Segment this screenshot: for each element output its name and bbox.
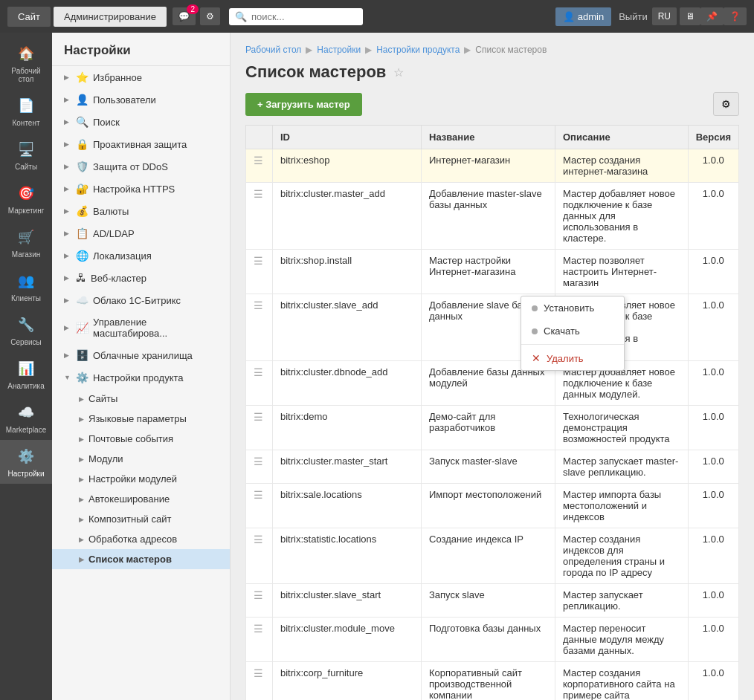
col-id-header: ID (273, 126, 422, 149)
sites-icon: 🖥️ (16, 139, 36, 160)
nav-label: Избранное (93, 72, 221, 83)
drag-handle-icon[interactable]: ☰ (254, 667, 263, 679)
admin-button[interactable]: Администрирование (54, 7, 167, 27)
logout-button[interactable]: Выйти (614, 7, 652, 26)
nav-item-https[interactable]: ▶ 🔐 Настройка HTTPS (52, 178, 230, 200)
nav-sub-item-moduli[interactable]: ▶ Модули (52, 449, 230, 469)
nav-sub-item-spisok-masterov[interactable]: ▶ Список мастеров (52, 549, 230, 569)
nav-item-izbrannoe[interactable]: ▶ ⭐ Избранное (52, 66, 230, 88)
nav-label: Автокеширование (88, 493, 170, 505)
sidebar-item-sayty[interactable]: 🖥️ Сайты (0, 133, 52, 177)
sidebar-item-klienty[interactable]: 👥 Клиенты (0, 265, 52, 308)
drag-handle-icon[interactable]: ☰ (254, 534, 263, 545)
money-icon: 💰 (76, 205, 88, 217)
install-dot-icon (532, 305, 538, 311)
sidebar-item-analitika[interactable]: 📊 Аналитика (0, 352, 52, 396)
cell-id: bitrix:shop.install (273, 250, 422, 294)
breadcrumb-link-nastrojki[interactable]: Настройки (317, 45, 361, 55)
site-button[interactable]: Сайт (7, 7, 51, 27)
language-button[interactable]: RU (652, 7, 677, 25)
breadcrumb-link-desktop[interactable]: Рабочий стол (245, 45, 301, 55)
nav-item-proaktivnaya[interactable]: ▶ 🔒 Проактивная защита (52, 133, 230, 155)
sidebar-item-label: Сервисы (10, 338, 41, 346)
table-settings-button[interactable]: ⚙ (713, 92, 739, 116)
nav-item-nastrojki-produkta[interactable]: ▼ ⚙️ Настройки продукта (52, 366, 230, 389)
cell-id: bitrix:statistic.locations (273, 528, 422, 584)
nav-item-polzovateli[interactable]: ▶ 👤 Пользователи (52, 88, 230, 111)
cell-desc: Мастер добавляет новое подключение к баз… (555, 183, 689, 250)
nav-sub-item-yazykovye[interactable]: ▶ Языковые параметры (52, 409, 230, 429)
ctx-download-item[interactable]: Скачать (521, 320, 624, 343)
notifications-button[interactable]: 💬 2 (173, 7, 196, 25)
main-content: Рабочий стол ▶ Настройки ▶ Настройки про… (231, 33, 754, 700)
sidebar-item-marketing[interactable]: 🎯 Маркетинг (0, 177, 52, 221)
arrow-icon: ▶ (79, 456, 84, 463)
cell-name: Запуск master-slave (422, 450, 555, 484)
drag-handle-icon[interactable]: ☰ (254, 623, 263, 635)
drag-handle-icon[interactable]: ☰ (254, 589, 263, 601)
table-row: ☰ bitrix:cluster.slave_add Добавление sl… (246, 294, 739, 361)
nav-label: Обработка адресов (88, 534, 177, 545)
drag-handle-icon[interactable]: ☰ (254, 255, 263, 267)
nav-sub-item-kompozitnyj[interactable]: ▶ Композитный сайт (52, 509, 230, 529)
settings-gear-button[interactable]: ⚙ (200, 7, 220, 25)
drag-cell: ☰ (246, 149, 273, 183)
drag-cell: ☰ (246, 584, 273, 618)
drag-handle-icon[interactable]: ☰ (254, 155, 263, 166)
sidebar-item-label: Клиенты (11, 294, 41, 302)
nav-item-poisk[interactable]: ▶ 🔍 Поиск (52, 111, 230, 133)
nav-sub-item-obrabotka[interactable]: ▶ Обработка адресов (52, 529, 230, 549)
nav-item-ddos[interactable]: ▶ 🛡️ Защита от DDoS (52, 155, 230, 178)
cell-name: Импорт местоположений (422, 484, 555, 528)
arrow-icon: ▶ (79, 415, 84, 423)
nav-item-oblako[interactable]: ▶ ☁️ Облако 1С-Битрикс (52, 289, 230, 311)
nav-sub-item-sayty[interactable]: ▶ Сайты (52, 389, 230, 409)
sidebar-item-kontent[interactable]: 📄 Контент (0, 89, 52, 133)
drag-cell: ☰ (246, 484, 273, 528)
drag-handle-icon[interactable]: ☰ (254, 299, 263, 311)
drag-handle-icon[interactable]: ☰ (254, 489, 263, 501)
user-icon: 👤 (76, 94, 88, 106)
sidebar-item-nastrojki[interactable]: ⚙️ Настройки (0, 440, 52, 484)
sidebar-item-label: Аналитика (7, 382, 45, 390)
arrow-icon: ▶ (79, 516, 84, 523)
nav-label: Пользователи (93, 94, 221, 106)
monitor-icon-button[interactable]: 🖥 (680, 7, 700, 25)
nav-item-lokalizaciya[interactable]: ▶ 🌐 Локализация (52, 244, 230, 267)
sidebar-item-servisy[interactable]: 🔧 Сервисы (0, 308, 52, 352)
cell-name: Интернет-магазин (422, 149, 555, 183)
nav-sub-item-avtokeshirovanie[interactable]: ▶ Автокеширование (52, 489, 230, 509)
arrow-icon: ▶ (64, 230, 71, 237)
table-row: ☰ bitrix:cluster.module_move Подготовка … (246, 618, 739, 662)
nav-item-veb-klaster[interactable]: ▶ 🖧 Веб-кластер (52, 267, 230, 289)
pin-icon-button[interactable]: 📌 (700, 7, 724, 25)
nav-sub-item-nastrojki-modulej[interactable]: ▶ Настройки модулей (52, 469, 230, 489)
help-icon-button[interactable]: ❓ (724, 7, 747, 25)
ctx-delete-item[interactable]: ✕ Удалить (521, 346, 624, 370)
user-button[interactable]: 👤 admin (555, 7, 611, 26)
table-row: ☰ bitrix:cluster.master_add Добавление m… (246, 183, 739, 250)
drag-handle-icon[interactable]: ☰ (254, 411, 263, 423)
table-row: ☰ bitrix:cluster.slave_start Запуск slav… (246, 584, 739, 618)
nav-item-masshtabirovanie[interactable]: ▶ 📈 Управление масштабирова... (52, 311, 230, 344)
favorite-star-button[interactable]: ☆ (393, 65, 404, 80)
drag-handle-icon[interactable]: ☰ (254, 456, 263, 467)
drag-handle-icon[interactable]: ☰ (254, 188, 263, 200)
nav-label: Поиск (93, 117, 221, 128)
nav-item-adldap[interactable]: ▶ 📋 AD/LDAP (52, 222, 230, 244)
sidebar-item-marketplace[interactable]: ☁️ Marketplace (0, 396, 52, 440)
sidebar-item-magazin[interactable]: 🛒 Магазин (0, 221, 52, 265)
cloud-icon: ☁️ (76, 294, 88, 306)
add-master-button[interactable]: + Загрузить мастер (245, 93, 362, 116)
nav-item-oblachnye-hranilischa[interactable]: ▶ 🗄️ Облачные хранилища (52, 344, 230, 366)
cell-id: bitrix:cluster.slave_start (273, 584, 422, 618)
ctx-install-item[interactable]: Установить (521, 296, 624, 320)
arrow-icon: ▶ (64, 140, 71, 148)
search-input[interactable] (251, 11, 357, 22)
nav-item-valuty[interactable]: ▶ 💰 Валюты (52, 200, 230, 222)
breadcrumb-link-nastrojki-produkta[interactable]: Настройки продукта (376, 45, 460, 55)
drag-handle-icon[interactable]: ☰ (254, 366, 263, 378)
download-dot-icon (532, 328, 538, 334)
nav-sub-item-pochtovye[interactable]: ▶ Почтовые события (52, 429, 230, 449)
sidebar-item-rabochiy-stol[interactable]: 🏠 Рабочий стол (0, 37, 52, 89)
